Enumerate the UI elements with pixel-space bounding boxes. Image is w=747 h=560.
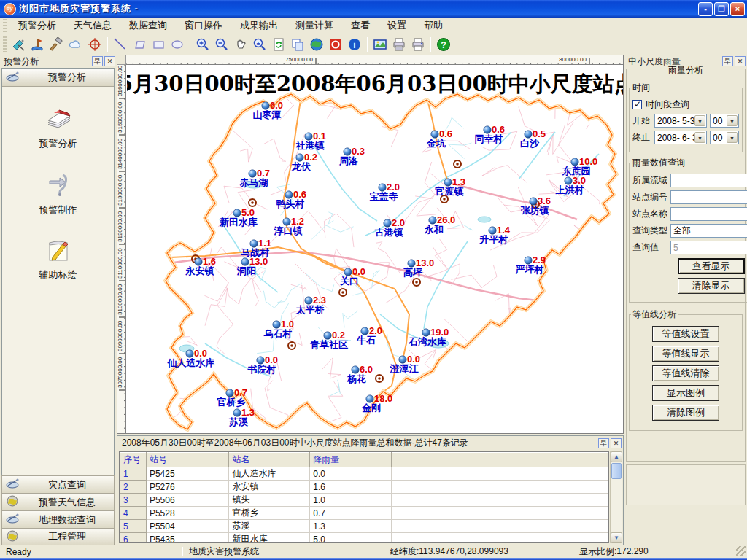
bottom-nav-2[interactable]: 地理数据查询 [1,510,115,528]
station-marker[interactable]: 1.2淳口镇 [274,216,305,236]
contour-button-4[interactable]: 清除图例 [652,405,719,421]
time-range-checkbox-row[interactable]: 时间段查询 [632,98,739,111]
station-marker[interactable]: 0.7赤马湖 [240,168,271,188]
left-panel-header[interactable]: 预警分析 [2,69,114,87]
table-header-3[interactable]: 降雨量 [310,453,392,467]
bottom-nav-3[interactable]: 工程管理 [1,528,115,545]
station-marker[interactable]: 0.2龙伏 [291,152,317,172]
resize-grip[interactable] [736,546,746,556]
chevron-down-icon[interactable]: ▼ [727,132,738,143]
minimize-button[interactable]: - [698,2,713,16]
station-marker[interactable]: 13.0洞阳 [236,256,268,276]
toolbar-grip[interactable] [3,36,7,52]
table-row[interactable]: 2P5276永安镇1.6 [120,481,608,494]
station-marker[interactable]: 3.6张坊镇 [521,195,551,216]
scrollbar-thumb[interactable] [611,463,622,479]
close-button[interactable]: × [730,2,745,16]
basin-combo[interactable]: ▼ [670,174,747,187]
help-icon[interactable]: ? [435,36,452,53]
clear-display-button[interactable]: 清除显示 [678,278,745,294]
refresh-page-icon[interactable] [270,36,287,53]
station-marker[interactable]: 1.1马战村 [241,238,272,258]
table-header-0[interactable]: 序号 [120,453,147,467]
line-tool-icon[interactable] [112,36,129,53]
query-type-combo[interactable]: 全部▼ [670,224,747,238]
station-marker[interactable]: 1.6永安镇 [185,256,217,276]
menu-item-7[interactable]: 设置 [379,17,415,34]
pin-icon[interactable]: 早 [598,438,609,448]
menu-item-0[interactable]: 预警分析 [9,17,65,34]
stop-icon[interactable] [327,36,344,53]
toolbar-grip[interactable] [3,19,7,32]
table-header-2[interactable]: 站名 [229,453,310,467]
chevron-down-icon[interactable]: ▼ [694,115,705,126]
rectangle-tool-icon[interactable] [150,36,167,53]
station-marker[interactable]: 2.0古港镇 [375,217,406,238]
menu-item-4[interactable]: 成果输出 [231,17,287,34]
menu-item-5[interactable]: 测量计算 [287,17,342,34]
station-marker[interactable]: 0.5白沙 [520,128,546,149]
station-marker[interactable]: 0.3周洛 [338,146,365,166]
station-marker[interactable]: 0.1社港镇 [295,131,327,151]
pan-hand-icon[interactable] [232,36,249,53]
station-marker[interactable]: 0.6金坑 [426,128,452,149]
map-canvas[interactable]: 6.0山枣潭0.1社港镇0.3周洛0.2龙伏0.6金坑0.6同幸村0.5白沙10… [127,66,623,433]
zoom-extent-icon[interactable]: ± [251,36,268,53]
view-display-button[interactable]: 查看显示 [678,258,745,274]
station-marker[interactable]: 0.6鸭头村 [276,189,307,209]
crosshair-icon[interactable] [86,36,104,53]
menu-item-8[interactable]: 帮助 [415,17,452,34]
nav-item-0[interactable]: 预警分析 [2,107,114,150]
station-marker[interactable]: 1.0乌石村 [263,319,295,339]
zoom-in-icon[interactable] [194,36,212,53]
bottom-nav-0[interactable]: 灾点查询 [1,475,115,493]
station-marker[interactable]: 0.0书院村 [247,354,279,375]
copy-layers-icon[interactable] [289,36,306,53]
menu-item-3[interactable]: 窗口操作 [176,17,231,34]
station-marker[interactable]: 1.3官渡镇 [436,176,466,197]
scroll-down-icon[interactable]: ▼ [611,532,622,543]
station-marker[interactable]: 13.0高坪 [403,257,434,278]
station-marker[interactable]: 3.0上洪村 [556,175,587,195]
contour-button-1[interactable]: 等值线显示 [652,346,719,362]
checkbox-checked-icon[interactable] [632,100,642,109]
station-marker[interactable]: 10.0东蔗园 [562,156,598,176]
station-marker[interactable]: 1.3苏溪 [228,407,255,427]
menu-item-1[interactable]: 天气信息 [65,17,120,34]
print2-icon[interactable] [409,36,427,53]
station-name-input[interactable] [670,207,747,221]
end-date-combo[interactable]: 2008- 6- 3▼ [654,131,707,144]
table-row[interactable]: 3P5506镇头1.0 [120,494,608,507]
station-marker[interactable]: 5.0新田水库 [219,207,258,228]
start-date-combo[interactable]: 2008- 5-30▼ [654,114,707,128]
station-marker[interactable]: 0.6同幸村 [475,124,506,144]
station-marker[interactable]: 1.4升平村 [479,225,511,245]
print-icon[interactable] [390,36,408,53]
contour-button-2[interactable]: 等值线清除 [652,365,719,381]
info-icon[interactable]: i [346,36,363,53]
chevron-down-icon[interactable]: ▼ [694,132,705,143]
station-marker[interactable]: 19.0石湾水库 [408,327,449,347]
station-marker[interactable]: 0.2青草社区 [310,330,348,350]
station-marker[interactable]: 2.3太平桥 [295,295,327,315]
map-image-icon[interactable] [371,36,389,53]
station-marker[interactable]: 26.0永和 [424,214,455,235]
station-marker[interactable]: 0.7官桥乡 [217,387,248,408]
station-marker[interactable]: 2.9严坪村 [515,254,546,275]
table-row[interactable]: 6P5435新田水库5.0 [120,533,608,544]
table-scrollbar[interactable]: ▲ ▼ [610,451,622,543]
contour-button-0[interactable]: 等值线设置 [652,326,719,342]
ellipse-tool-icon[interactable] [169,36,186,53]
station-marker[interactable]: 6.0杨花 [347,364,373,384]
station-marker[interactable]: 2.0宝盖寺 [370,182,400,202]
end-hour-combo[interactable]: 00▼ [710,131,739,144]
menu-item-6[interactable]: 查看 [342,17,379,34]
polygon-tool-icon[interactable] [131,36,148,53]
cloud-icon[interactable] [67,36,85,53]
close-icon[interactable]: ✕ [611,438,622,448]
nav-item-2[interactable]: 辅助标绘 [2,237,114,281]
satellite-dish-icon[interactable] [10,36,28,53]
survey-flag-icon[interactable] [29,36,47,53]
scroll-up-icon[interactable]: ▲ [611,451,622,462]
bottom-nav-1[interactable]: 预警天气信息 [1,493,115,510]
